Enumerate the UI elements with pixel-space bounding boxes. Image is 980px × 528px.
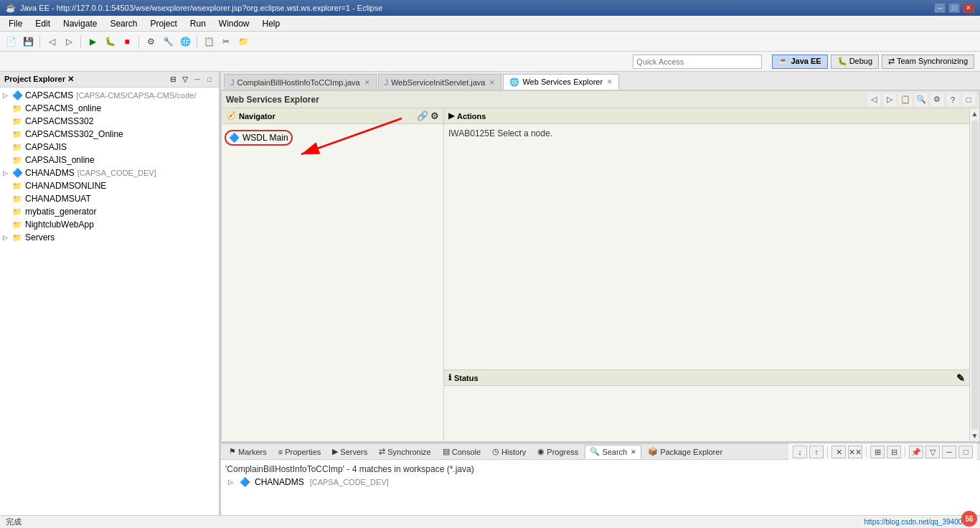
status-link[interactable]: https://blog.csdn.net/qq_39400285 xyxy=(864,518,974,526)
bottom-tab-package-explorer[interactable]: 📦 Package Explorer xyxy=(643,445,727,459)
tree-label: CAPSACMSS302 xyxy=(25,116,93,126)
navigator-content: 🔷 WSDL Main xyxy=(222,124,443,441)
tab-close-button[interactable]: ✕ xyxy=(489,79,495,86)
navigator-title: Navigator xyxy=(239,112,275,121)
search-tree-chanadms[interactable]: ▷ 🔷 CHANADMS [CAPSA_CODE_DEV] xyxy=(225,476,976,489)
actions-message: IWAB0125E Select a node. xyxy=(448,128,552,138)
bottom-tab-console[interactable]: ▤ Console xyxy=(438,445,486,459)
tab-wse[interactable]: 🌐 Web Services Explorer ✕ xyxy=(503,74,619,90)
toolbar-btn-8[interactable]: 📋 xyxy=(201,34,217,50)
wsdl-main-item[interactable]: 🔷 WSDL Main xyxy=(225,130,293,146)
toolbar-btn-5[interactable]: ⚙ xyxy=(143,34,159,50)
toolbar-btn-10[interactable]: 📁 xyxy=(235,34,251,50)
toolbar-btn-9[interactable]: ✂ xyxy=(218,34,234,50)
scroll-up-button[interactable]: ▲ xyxy=(970,108,979,119)
main-container: Project Explorer ✕ ⊟ ▽ ─ □ ▷ 🔷 CAPSACMS … xyxy=(0,72,980,528)
close-button[interactable]: ✕ xyxy=(963,3,974,13)
perspective-javaee[interactable]: ☕ Java EE xyxy=(772,55,827,69)
panel-menu-button[interactable]: ▽ xyxy=(180,75,190,85)
tree-item-capsacmss302online[interactable]: 📁 CAPSACMSS302_Online xyxy=(0,128,219,141)
expand-all-btn[interactable]: ⊞ xyxy=(870,446,885,458)
forward-button[interactable]: ▷ xyxy=(61,34,77,50)
tree-item-chanadmsonline[interactable]: 📁 CHANADMSONLINE xyxy=(0,179,219,192)
status-edit-button[interactable]: ✎ xyxy=(956,372,965,384)
wse-wsdl-button[interactable]: 📋 xyxy=(899,93,912,106)
folder-icon: 📁 xyxy=(11,232,23,243)
wse-max-button[interactable]: □ xyxy=(962,93,975,106)
bottom-tab-synchronize[interactable]: ⇄ Synchronize xyxy=(374,445,436,459)
project-explorer-title: Project Explorer ✕ xyxy=(4,75,74,84)
bottom-tab-servers[interactable]: ▶ Servers xyxy=(327,445,372,459)
toolbar-btn-7[interactable]: 🌐 xyxy=(177,34,193,50)
search-next-btn[interactable]: ↓ xyxy=(793,446,807,458)
tree-item-mybatis[interactable]: 📁 mybatis_generator xyxy=(0,205,219,218)
remove-all-btn[interactable]: ✕✕ xyxy=(848,446,862,458)
stop-button[interactable]: ■ xyxy=(119,34,135,50)
status-header: ℹ Status ✎ xyxy=(444,370,969,386)
collapse-all-button[interactable]: ⊟ xyxy=(168,75,178,85)
navigator-icon: 🧭 xyxy=(226,111,236,121)
menu-run[interactable]: Run xyxy=(184,17,212,30)
toolbar-btn-6[interactable]: 🔧 xyxy=(160,34,176,50)
bottom-tab-properties[interactable]: ≡ Properties xyxy=(273,445,326,459)
bottom-tab-history[interactable]: ◷ History xyxy=(487,445,531,459)
wse-prefs-button[interactable]: ⚙ xyxy=(930,93,943,106)
search-prev-btn[interactable]: ↑ xyxy=(809,446,824,458)
debug-button[interactable]: 🐛 xyxy=(102,34,118,50)
minimize-button[interactable]: ─ xyxy=(934,3,946,13)
run-button[interactable]: ▶ xyxy=(85,34,100,50)
panel-minimize-button[interactable]: ─ xyxy=(192,75,202,85)
collapse-all-btn[interactable]: ⊟ xyxy=(887,446,901,458)
status-text: 完成 xyxy=(6,517,22,527)
tree-item-capsajis[interactable]: 📁 CAPSAJIS xyxy=(0,141,219,154)
wse-back-button[interactable]: ◁ xyxy=(867,93,880,106)
search-options-btn[interactable]: ▽ xyxy=(925,446,940,458)
actions-section: ▶ Actions IWAB0125E Select a node. xyxy=(444,108,969,369)
tree-item-capsajisonline[interactable]: 📁 CAPSAJIS_online xyxy=(0,154,219,166)
panel-min-btn[interactable]: ─ xyxy=(942,446,956,458)
tree-item-servers[interactable]: ▷ 📁 Servers xyxy=(0,231,219,244)
toolbar-sep-2 xyxy=(866,447,867,457)
menu-file[interactable]: File xyxy=(3,17,28,30)
back-button[interactable]: ◁ xyxy=(44,34,60,50)
navigator-settings-btn[interactable]: ⚙ xyxy=(430,110,439,121)
bottom-tab-markers[interactable]: ⚑ Markers xyxy=(224,445,272,459)
tree-item-capsacms[interactable]: ▷ 🔷 CAPSACMS [CAPSA-CMS/CAPSA-CMS/code/ xyxy=(0,89,219,102)
menu-navigate[interactable]: Navigate xyxy=(57,17,103,30)
tree-item-chanadmsuat[interactable]: 📁 CHANADMSUAT xyxy=(0,192,219,205)
perspective-debug[interactable]: 🐛 Debug xyxy=(831,55,879,69)
scroll-down-button[interactable]: ▼ xyxy=(970,430,979,441)
menu-project[interactable]: Project xyxy=(144,17,182,30)
bottom-tab-search[interactable]: 🔍 Search ✕ xyxy=(585,445,641,459)
tab-close-button[interactable]: ✕ xyxy=(364,79,370,86)
quickaccess-input[interactable] xyxy=(633,55,762,69)
tab-complainbill[interactable]: J ComplainBillHostInfoToCCImp.java ✕ xyxy=(224,74,377,90)
bottom-tab-label: Console xyxy=(452,448,481,456)
menu-window[interactable]: Window xyxy=(213,17,255,30)
wse-help-button[interactable]: ? xyxy=(946,93,959,106)
wse-forward-button[interactable]: ▷ xyxy=(883,93,896,106)
menu-search[interactable]: Search xyxy=(104,17,143,30)
maximize-button[interactable]: □ xyxy=(948,3,960,13)
pin-btn[interactable]: 📌 xyxy=(909,446,923,458)
remove-match-btn[interactable]: ✕ xyxy=(831,446,846,458)
menu-edit[interactable]: Edit xyxy=(29,17,56,30)
tree-item-capsacmsonline[interactable]: 📁 CAPSACMS_online xyxy=(0,102,219,115)
tab-close-search[interactable]: ✕ xyxy=(631,448,636,456)
folder-icon: 📁 xyxy=(11,219,23,230)
panel-maximize-button[interactable]: □ xyxy=(204,75,215,85)
tab-close-button[interactable]: ✕ xyxy=(607,78,613,85)
perspective-team[interactable]: ⇄ Team Synchronizing xyxy=(882,55,974,69)
bottom-tab-progress[interactable]: ◉ Progress xyxy=(532,445,583,459)
tree-item-capsacmss302[interactable]: 📁 CAPSACMSS302 xyxy=(0,115,219,128)
panel-max-btn[interactable]: □ xyxy=(958,446,973,458)
tab-webservice[interactable]: J WebServiceInitServlet.java ✕ xyxy=(378,74,502,90)
menu-help[interactable]: Help xyxy=(257,17,286,30)
tree-item-chanadms[interactable]: ▷ 🔷 CHANADMS [CAPSA_CODE_DEV] xyxy=(0,166,219,179)
tree-item-nightclub[interactable]: 📁 NightclubWebApp xyxy=(0,218,219,231)
navigator-wsdl-btn[interactable]: 🔗 xyxy=(417,110,428,121)
save-button[interactable]: 💾 xyxy=(20,34,36,50)
wse-uddi-button[interactable]: 🔍 xyxy=(915,93,928,106)
new-button[interactable]: 📄 xyxy=(3,34,19,50)
editor-tab-bar: J ComplainBillHostInfoToCCImp.java ✕ J W… xyxy=(221,72,980,90)
